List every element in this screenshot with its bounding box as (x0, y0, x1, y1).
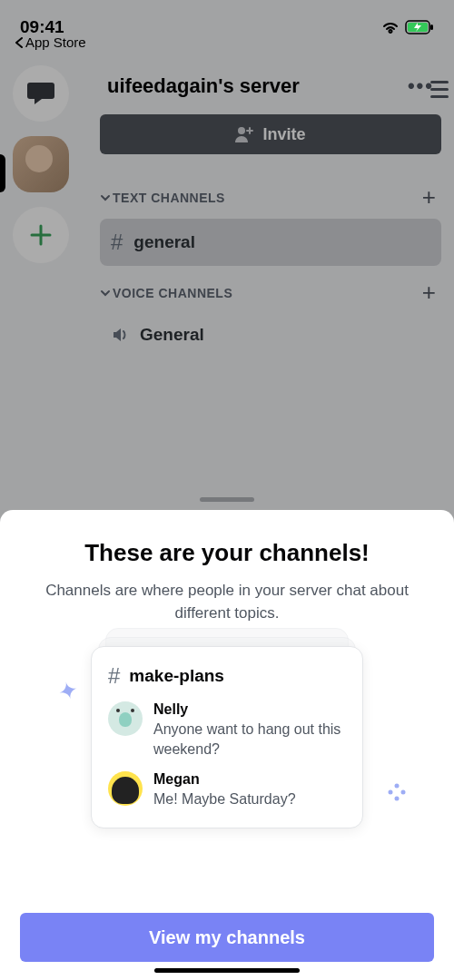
back-caret-icon (15, 37, 24, 48)
sheet-subtitle: Channels are where people in your server… (20, 580, 434, 624)
svg-rect-4 (430, 24, 433, 30)
avatar (108, 771, 143, 806)
hash-icon: # (108, 663, 120, 689)
svg-point-6 (401, 790, 406, 795)
wifi-icon (381, 20, 400, 34)
back-app-label: App Store (25, 34, 86, 50)
svg-point-5 (389, 790, 393, 795)
message-author: Megan (153, 771, 346, 788)
example-channel-name: make-plans (129, 666, 224, 686)
battery-icon (405, 20, 434, 34)
svg-point-7 (395, 784, 400, 789)
onboarding-sheet: These are your channels! Channels are wh… (0, 510, 454, 980)
example-channel-card: # make-plans Nelly Anyone want to hang o… (91, 646, 363, 828)
avatar (108, 701, 143, 736)
message-author: Nelly (153, 701, 346, 718)
back-to-app[interactable]: App Store (15, 34, 86, 50)
sparkle-icon (387, 782, 407, 806)
example-message: Nelly Anyone want to hang out this weeke… (108, 701, 346, 759)
view-channels-button[interactable]: View my channels (20, 913, 434, 962)
home-indicator[interactable] (154, 968, 300, 973)
sheet-title: These are your channels! (20, 539, 434, 567)
message-text: Anyone want to hang out this weekend? (153, 720, 346, 759)
message-text: Me! Maybe Saturday? (153, 789, 346, 809)
svg-point-8 (395, 797, 400, 801)
cta-label: View my channels (149, 927, 305, 947)
example-message: Megan Me! Maybe Saturday? (108, 771, 346, 809)
